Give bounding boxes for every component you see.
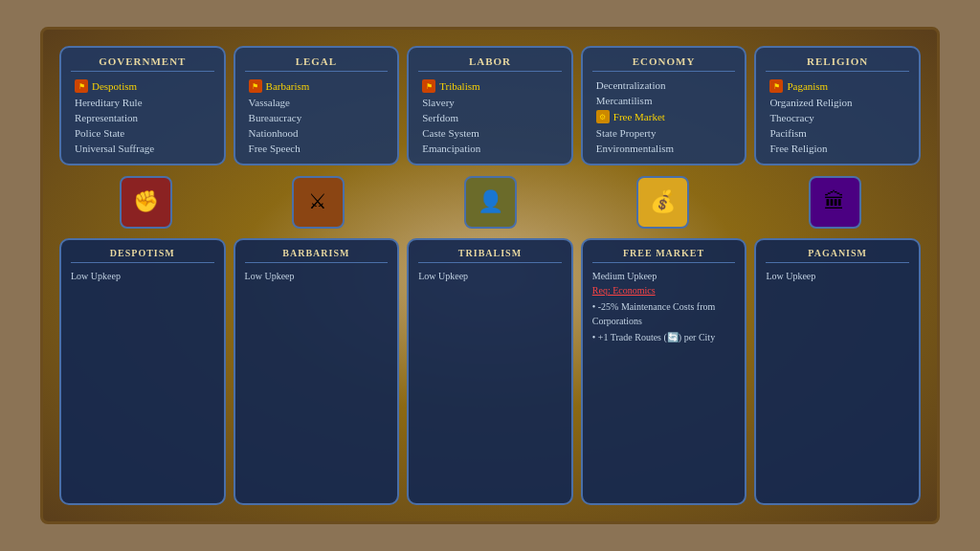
- civic-item-caste-system[interactable]: Caste System: [418, 125, 562, 141]
- desc-normal: Low Upkeep: [245, 271, 295, 281]
- civic-item-bureaucracy[interactable]: Bureaucracy: [245, 110, 389, 125]
- civic-item-nationhood[interactable]: Nationhood: [245, 125, 389, 141]
- icon-wrapper-economy: 💰: [576, 176, 748, 229]
- civic-item-representation[interactable]: Representation: [71, 110, 214, 125]
- legal-active-icon: ⚑: [249, 79, 262, 93]
- icon-wrapper-legal: ⚔: [232, 176, 404, 229]
- desc-red-link[interactable]: Req: Economics: [592, 285, 656, 296]
- economy-icon[interactable]: 💰: [636, 176, 689, 229]
- civic-item-free-religion[interactable]: Free Religion: [766, 141, 909, 156]
- civic-item-decentralization[interactable]: Decentralization: [592, 77, 736, 93]
- civic-item-state-property[interactable]: State Property: [592, 125, 736, 141]
- civic-item-pacifism[interactable]: Pacifism: [766, 125, 909, 141]
- civic-header-government: GOVERNMENT: [71, 55, 214, 72]
- desc-panel-legal: BARBARISMLow Upkeep: [234, 238, 400, 505]
- civic-item-environmentalism[interactable]: Environmentalism: [592, 141, 736, 156]
- civic-item-organized-religion[interactable]: Organized Religion: [766, 95, 909, 110]
- desc-panel-government: DESPOTISMLow Upkeep: [59, 238, 226, 505]
- top-row: GOVERNMENT⚑DespotismHereditary RuleRepre…: [59, 46, 921, 165]
- civic-item-mercantilism[interactable]: Mercantilism: [592, 93, 736, 108]
- civic-item-police-state[interactable]: Police State: [71, 125, 214, 141]
- desc-bullet: • +1 Trade Routes (🔄) per City: [592, 330, 736, 344]
- desc-bullet: • -25% Maintenance Costs from Corporatio…: [592, 299, 736, 328]
- desc-panel-labor: TRIBALISMLow Upkeep: [407, 238, 573, 505]
- desc-header-economy: FREE MARKET: [592, 248, 736, 263]
- desc-text-economy: Medium UpkeepReq: Economics• -25% Mainte…: [592, 269, 736, 344]
- desc-header-legal: BARBARISM: [245, 248, 389, 263]
- civic-item-universal-suffrage[interactable]: Universal Suffrage: [71, 141, 214, 156]
- civic-item-label: Barbarism: [266, 80, 310, 92]
- civics-container: GOVERNMENT⚑DespotismHereditary RuleRepre…: [50, 36, 930, 515]
- government-icon[interactable]: ✊: [120, 176, 172, 229]
- civic-panel-economy: ECONOMYDecentralizationMercantilism⚙Free…: [581, 46, 747, 165]
- desc-normal: Medium Upkeep: [592, 271, 657, 281]
- civic-item-label: Free Market: [613, 111, 665, 122]
- civic-panel-government: GOVERNMENT⚑DespotismHereditary RuleRepre…: [59, 46, 226, 165]
- civic-item-free-speech[interactable]: Free Speech: [245, 141, 389, 156]
- economy-active-icon: ⚙: [596, 110, 610, 123]
- labor-icon[interactable]: 👤: [464, 176, 517, 229]
- icon-wrapper-government: ✊: [59, 176, 232, 229]
- icon-wrapper-religion: 🏛: [748, 176, 921, 229]
- civic-panel-legal: LEGAL⚑BarbarismVassalageBureaucracyNatio…: [234, 46, 400, 165]
- civic-item-serfdom[interactable]: Serfdom: [418, 110, 562, 125]
- desc-normal: Low Upkeep: [418, 271, 468, 281]
- desc-text-government: Low Upkeep: [71, 269, 214, 283]
- desc-text-religion: Low Upkeep: [766, 269, 909, 283]
- desc-header-religion: PAGANISM: [766, 248, 909, 263]
- civic-item-hereditary-rule[interactable]: Hereditary Rule: [71, 95, 214, 110]
- religion-icon[interactable]: 🏛: [809, 176, 861, 229]
- desc-text-legal: Low Upkeep: [245, 269, 389, 283]
- civic-item-theocracy[interactable]: Theocracy: [766, 110, 909, 125]
- bottom-row: DESPOTISMLow UpkeepBARBARISMLow UpkeepTR…: [59, 238, 921, 505]
- middle-row: ✊⚔👤💰🏛: [59, 173, 921, 231]
- desc-panel-economy: FREE MARKETMedium UpkeepReq: Economics• …: [581, 238, 747, 505]
- civic-header-labor: LABOR: [418, 55, 562, 72]
- civic-item-emancipation[interactable]: Emancipation: [418, 141, 562, 156]
- government-active-icon: ⚑: [75, 79, 88, 93]
- civic-panel-labor: LABOR⚑TribalismSlaverySerfdomCaste Syste…: [407, 46, 573, 165]
- desc-header-labor: TRIBALISM: [418, 248, 562, 263]
- civic-item-vassalage[interactable]: Vassalage: [245, 95, 389, 110]
- desc-text-labor: Low Upkeep: [418, 269, 562, 283]
- civic-item-label: Tribalism: [439, 80, 479, 92]
- civic-item-slavery[interactable]: Slavery: [418, 95, 562, 110]
- desc-normal: Low Upkeep: [766, 271, 815, 281]
- icon-wrapper-labor: 👤: [404, 176, 576, 229]
- civic-item-label: Despotism: [92, 80, 137, 92]
- desc-panel-religion: PAGANISMLow Upkeep: [754, 238, 921, 505]
- desc-header-government: DESPOTISM: [71, 248, 214, 263]
- civic-header-legal: LEGAL: [245, 55, 389, 72]
- civic-panel-religion: RELIGION⚑PaganismOrganized ReligionTheoc…: [754, 46, 921, 165]
- legal-icon[interactable]: ⚔: [292, 176, 345, 229]
- civic-header-economy: ECONOMY: [592, 55, 736, 72]
- desc-normal: Low Upkeep: [71, 271, 121, 281]
- civic-header-religion: RELIGION: [766, 55, 909, 72]
- civic-item-label: Paganism: [787, 80, 828, 92]
- main-frame: GOVERNMENT⚑DespotismHereditary RuleRepre…: [40, 27, 940, 524]
- religion-active-icon: ⚑: [769, 79, 783, 93]
- labor-active-icon: ⚑: [422, 79, 435, 93]
